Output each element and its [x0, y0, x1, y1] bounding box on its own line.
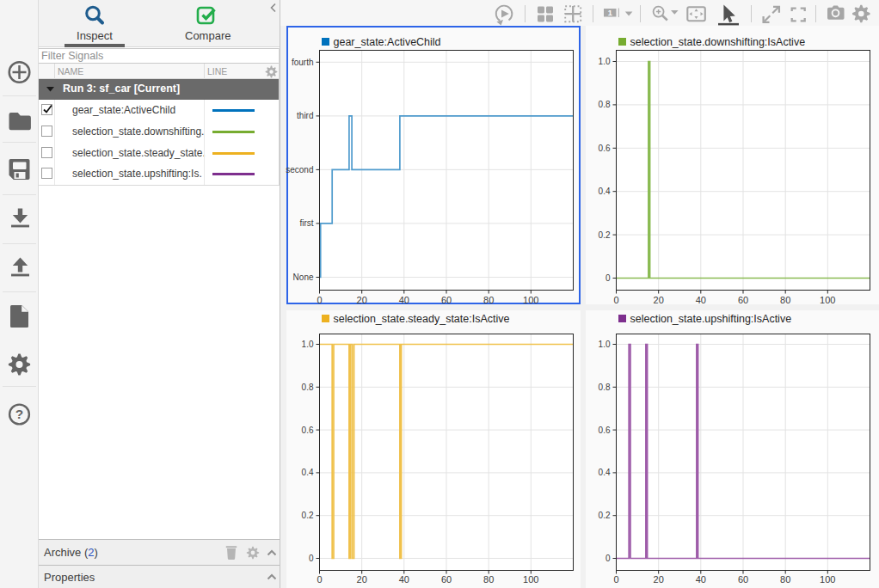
svg-text:40: 40 [399, 574, 409, 585]
svg-text:0.2: 0.2 [302, 511, 314, 520]
svg-text:0: 0 [309, 554, 314, 563]
svg-text:third: third [297, 111, 313, 120]
svg-text:0.6: 0.6 [599, 426, 611, 435]
svg-text:80: 80 [780, 574, 790, 585]
svg-text:0: 0 [613, 574, 618, 585]
svg-text:selection_state.downshifting:I: selection_state.downshifting:IsActive [630, 36, 806, 48]
svg-text:1: 1 [608, 9, 612, 17]
svg-text:60: 60 [441, 574, 452, 585]
svg-text:second: second [286, 165, 313, 175]
svg-text:selection_state.upshifting:IsA: selection_state.upshifting:IsActive [630, 313, 792, 325]
svg-text:0.8: 0.8 [599, 100, 611, 109]
svg-text:20: 20 [654, 295, 664, 305]
svg-text:40: 40 [399, 295, 409, 305]
svg-text:40: 40 [696, 574, 706, 585]
svg-text:20: 20 [654, 574, 664, 585]
svg-text:selection_state.steady_state:I: selection_state.steady_state:IsActive [334, 313, 510, 325]
svg-text:0.6: 0.6 [302, 426, 314, 435]
svg-text:0.4: 0.4 [302, 468, 314, 477]
svg-text:1.0: 1.0 [599, 57, 611, 66]
svg-text:0.2: 0.2 [599, 230, 611, 240]
svg-text:0.8: 0.8 [599, 383, 611, 392]
svg-text:0.4: 0.4 [599, 468, 611, 477]
svg-text:100: 100 [523, 574, 538, 585]
svg-text:100: 100 [820, 574, 835, 585]
svg-text:0.4: 0.4 [599, 187, 611, 196]
svg-text:0: 0 [605, 554, 611, 563]
svg-text:0.2: 0.2 [599, 511, 611, 520]
svg-text:1.0: 1.0 [599, 340, 611, 349]
svg-text:40: 40 [696, 295, 706, 305]
svg-text:60: 60 [738, 574, 748, 585]
svg-text:0: 0 [317, 574, 322, 585]
svg-text:1.0: 1.0 [302, 340, 314, 349]
svg-text:100: 100 [820, 295, 835, 305]
svg-text:80: 80 [483, 295, 494, 305]
svg-text:?: ? [15, 407, 23, 421]
svg-text:0: 0 [317, 295, 322, 305]
svg-text:100: 100 [523, 295, 538, 305]
svg-text:0: 0 [613, 295, 618, 305]
svg-text:fourth: fourth [292, 58, 314, 67]
svg-text:None: None [293, 273, 314, 282]
svg-text:gear_state:ActiveChild: gear_state:ActiveChild [334, 36, 441, 48]
svg-text:80: 80 [483, 574, 494, 585]
svg-text:20: 20 [357, 295, 367, 305]
svg-text:80: 80 [780, 295, 790, 305]
svg-text:60: 60 [738, 295, 748, 305]
svg-text:0: 0 [605, 273, 611, 283]
svg-text:0.8: 0.8 [302, 383, 314, 392]
svg-text:0.6: 0.6 [599, 144, 611, 153]
svg-text:60: 60 [441, 295, 452, 305]
svg-text:20: 20 [357, 574, 367, 585]
svg-text:first: first [299, 218, 313, 228]
